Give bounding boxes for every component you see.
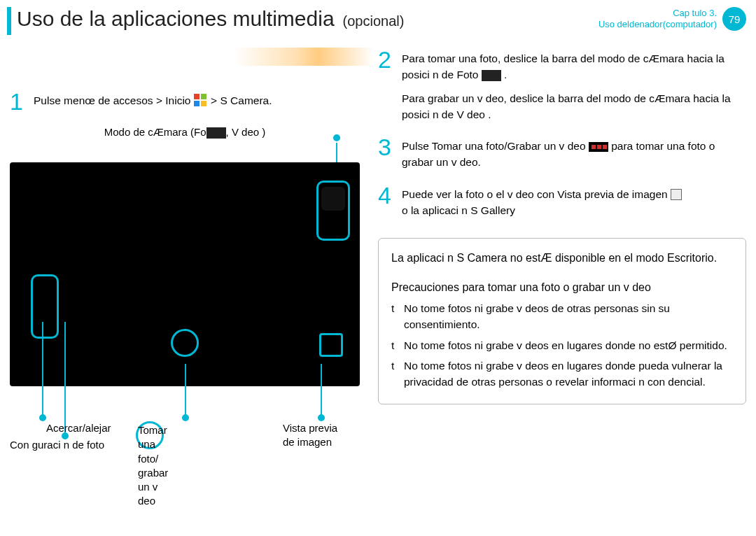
label-shutter-l1: Tomar una foto/	[138, 423, 162, 466]
callout-dot-mode	[333, 134, 340, 141]
step-2: 2 Para tomar una foto, deslice la barra …	[378, 48, 746, 122]
callout-line-photoconfig	[64, 322, 66, 434]
right-column: 2 Para tomar una foto, deslice la barra …	[378, 48, 746, 404]
header-accent	[7, 7, 11, 35]
camera-mode-slider[interactable]	[316, 181, 350, 241]
list-item: t No tome fotos ni grabe v deos en lugar…	[391, 337, 733, 353]
info-section-2: Precauciones para tomar una foto o graba…	[391, 279, 733, 390]
camera-screen	[10, 162, 360, 386]
callout-line-preview	[321, 364, 322, 416]
step3-text-a: Pulse	[402, 140, 429, 152]
list-item-text: No tome fotos ni grabe v deos de otras p…	[404, 300, 733, 333]
step-4: 4 Puede ver la foto o el v deo con Vista…	[378, 183, 746, 219]
step-3: 3 Pulse Tomar una foto/Grabar un v deo p…	[378, 135, 746, 171]
label-preview-l2: de imagen	[283, 435, 337, 449]
step1-text-c: > S Camera.	[211, 94, 272, 106]
step4-text-a: Puede ver la foto o el v deo con Vista p…	[402, 188, 668, 200]
header-right: Cap tulo 3. Uso deldenador(computador) 7…	[598, 7, 746, 31]
callout-line-shutter	[185, 364, 186, 416]
info1-text: La aplicaci n S Camera no estÆ disponibl…	[391, 250, 733, 267]
label-preview: Vista previa de imagen	[283, 421, 337, 450]
photo-mode-icon	[206, 127, 226, 139]
page-header: Uso de la aplicaciones multimedia (opcio…	[0, 0, 756, 48]
step2-text-c: Para grabar un v deo, deslice la barra d…	[402, 90, 746, 123]
page-number-badge: 79	[722, 7, 746, 31]
zoom-control[interactable]	[31, 274, 59, 339]
camera-mode-knob	[321, 187, 345, 211]
bullet-icon: t	[391, 337, 398, 353]
camera-diagram: Acercar/alejar Con guraci n de foto Toma…	[10, 143, 360, 395]
chapter-line-1: Cap tulo 3.	[598, 8, 717, 19]
step1-text-b: menœ de accesos > Inicio	[64, 94, 190, 106]
left-column: 1 Pulse menœ de accesos > Inicio > S Cam…	[10, 48, 360, 404]
image-preview-thumb[interactable]	[319, 333, 343, 357]
mode-caption-b: , V deo )	[226, 126, 266, 138]
mode-caption-a: Modo de cÆmara (Fo	[104, 126, 206, 138]
list-item-text: No tome fotos ni grabe v deos en lugares…	[404, 337, 727, 353]
image-preview-icon	[671, 189, 682, 200]
step-number-2: 2	[378, 48, 395, 122]
callout-dot-zoom	[39, 414, 46, 421]
label-shutter-l2: grabar un v deo	[138, 466, 162, 509]
step2-text-a: Para tomar una foto, deslice la barra de…	[402, 52, 724, 80]
chapter-line-2: Uso deldenador(computador)	[598, 19, 717, 30]
callout-dot-shutter	[182, 414, 189, 421]
list-item: t No tome fotos ni grabe v deos de otras…	[391, 300, 733, 333]
label-preview-l1: Vista previa	[283, 421, 337, 435]
step-number-3: 3	[378, 135, 395, 171]
content-area: 1 Pulse menœ de accesos > Inicio > S Cam…	[0, 48, 756, 404]
step-number-4: 4	[378, 183, 395, 219]
step-4-body: Puede ver la foto o el v deo con Vista p…	[402, 183, 682, 219]
step-number-1: 1	[10, 90, 27, 113]
chapter-label: Cap tulo 3. Uso deldenador(computador)	[598, 8, 717, 31]
info-box: La aplicaci n S Camera no estÆ disponibl…	[378, 238, 746, 404]
callout-line-zoom	[42, 322, 43, 416]
photo-position-icon	[482, 70, 501, 81]
step-1: 1 Pulse menœ de accesos > Inicio > S Cam…	[10, 90, 360, 113]
label-shutter: Tomar una foto/ grabar un v deo	[136, 421, 164, 449]
info2-title: Precauciones para tomar una foto o graba…	[391, 279, 733, 296]
page-subtitle: (opcional)	[343, 13, 405, 29]
precaution-list: t No tome fotos ni grabe v deos de otras…	[391, 300, 733, 390]
shutter-button[interactable]	[171, 329, 199, 357]
windows-start-icon	[194, 94, 208, 108]
info-section-1: La aplicaci n S Camera no estÆ disponibl…	[391, 250, 733, 267]
bullet-icon: t	[391, 358, 398, 390]
title-bar: Uso de la aplicaciones multimedia (opcio…	[17, 7, 404, 31]
step-1-body: Pulse menœ de accesos > Inicio > S Camer…	[34, 90, 272, 113]
label-photo-config: Con guraci n de foto	[10, 438, 104, 452]
label-zoom: Acercar/alejar	[46, 421, 111, 435]
page-title: Uso de la aplicaciones multimedia	[17, 7, 335, 31]
step3-text-b: Tomar una foto/Grabar un v deo	[432, 140, 586, 152]
step1-text-a: Pulse	[34, 94, 61, 106]
step-2-body: Para tomar una foto, deslice la barra de…	[402, 48, 746, 122]
step4-text-b: o la aplicaci n S Gallery	[402, 202, 682, 218]
record-icon	[589, 142, 608, 152]
list-item: t No tome fotos ni grabe v deos en lugar…	[391, 358, 733, 390]
step-3-body: Pulse Tomar una foto/Grabar un v deo par…	[402, 135, 746, 171]
section-title-gradient	[234, 48, 374, 66]
camera-mode-caption: Modo de cÆmara (Fo, V deo )	[10, 126, 360, 139]
list-item-text: No tome fotos ni grabe v deos en lugares…	[404, 358, 733, 390]
callout-dot-preview	[318, 414, 325, 421]
callout-line-mode	[336, 143, 337, 162]
step2-text-b: .	[504, 69, 507, 80]
bullet-icon: t	[391, 300, 398, 333]
